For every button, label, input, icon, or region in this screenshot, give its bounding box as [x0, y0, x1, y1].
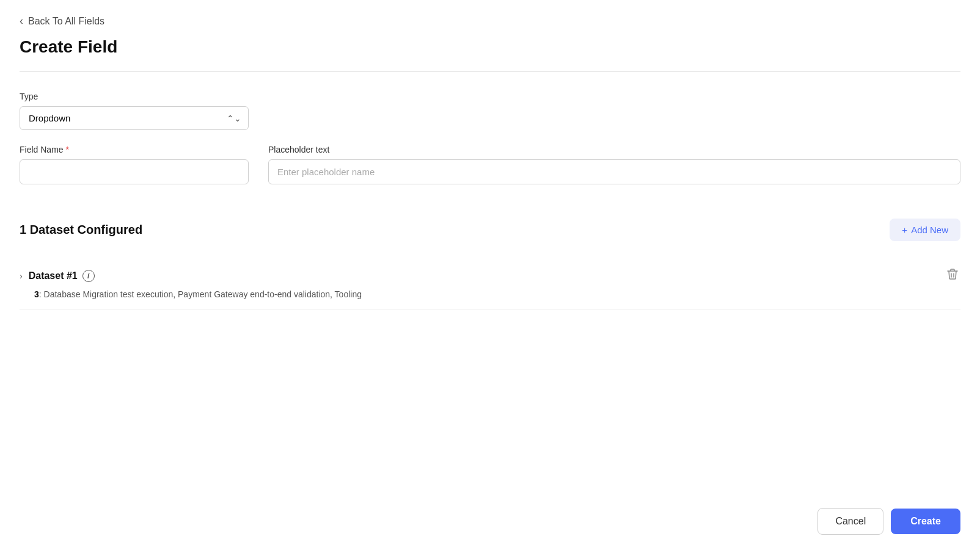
- dataset-summary: 3: Database Migration test execution, Pa…: [34, 289, 960, 299]
- add-new-button[interactable]: + Add New: [890, 219, 960, 241]
- footer-actions: Cancel Create: [798, 496, 980, 547]
- dataset-item: › Dataset #1 i 3: Database Migration tes…: [20, 256, 960, 310]
- type-select[interactable]: Dropdown: [20, 106, 249, 130]
- field-name-label: Field Name *: [20, 145, 249, 154]
- add-new-label: Add New: [911, 225, 948, 235]
- dataset-name: Dataset #1 i: [29, 270, 95, 282]
- placeholder-text-label: Placeholder text: [268, 145, 960, 154]
- delete-dataset-button[interactable]: [945, 266, 960, 286]
- back-chevron-icon: ‹: [20, 15, 23, 27]
- placeholder-text-input[interactable]: [268, 159, 960, 184]
- add-new-icon: +: [902, 225, 907, 235]
- back-to-all-fields-link[interactable]: ‹ Back To All Fields: [20, 15, 104, 27]
- dataset-section-title: 1 Dataset Configured: [20, 223, 142, 237]
- back-link-label: Back To All Fields: [28, 16, 104, 27]
- create-button[interactable]: Create: [891, 509, 960, 534]
- cancel-button[interactable]: Cancel: [817, 508, 883, 535]
- expand-chevron-icon[interactable]: ›: [20, 271, 23, 281]
- required-indicator: *: [66, 145, 69, 154]
- info-icon[interactable]: i: [82, 270, 95, 282]
- section-divider: [20, 71, 960, 72]
- page-title: Create Field: [20, 37, 960, 57]
- field-name-input[interactable]: Device Type: [20, 159, 249, 184]
- type-label: Type: [20, 92, 960, 101]
- type-select-wrapper: Dropdown ⌃⌄: [20, 106, 249, 130]
